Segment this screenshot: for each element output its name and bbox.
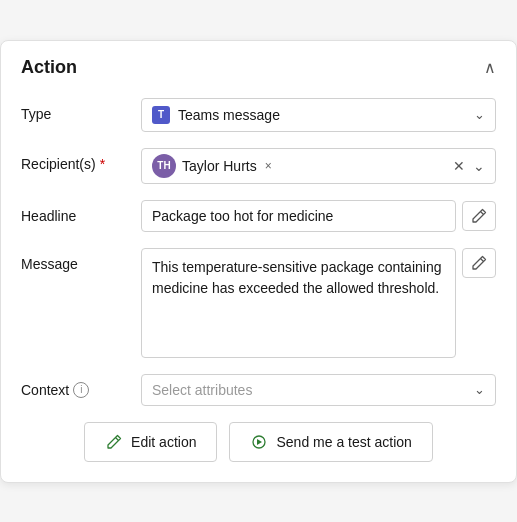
action-card: Action ∧ Type T Teams message ⌄ Recipien… [0,40,517,483]
type-row: Type T Teams message ⌄ [21,98,496,132]
context-row: Context i Select attributes ⌄ [21,374,496,406]
message-edit-button[interactable] [462,248,496,278]
message-control [141,248,496,358]
edit-action-icon [105,433,123,451]
card-header: Action ∧ [21,57,496,78]
context-dropdown[interactable]: Select attributes ⌄ [141,374,496,406]
type-value: Teams message [178,107,280,123]
edit-action-label: Edit action [131,434,196,450]
headline-input[interactable] [141,200,456,232]
headline-input-row [141,200,496,232]
edit-action-button[interactable]: Edit action [84,422,217,462]
message-label: Message [21,248,141,272]
teams-icon: T [152,106,170,124]
headline-edit-button[interactable] [462,201,496,231]
recipients-row: Recipient(s) * TH Taylor Hurts × ✕ ⌄ [21,148,496,184]
footer-buttons: Edit action Send me a test action [21,422,496,462]
collapse-icon[interactable]: ∧ [484,58,496,77]
test-action-button[interactable]: Send me a test action [229,422,432,462]
message-textarea[interactable] [141,248,456,358]
send-icon [250,433,268,451]
message-row: Message [21,248,496,358]
headline-label: Headline [21,200,141,224]
recipient-left: TH Taylor Hurts × [152,154,272,178]
remove-recipient-icon[interactable]: × [265,159,272,173]
headline-row: Headline [21,200,496,232]
pencil-icon [471,208,487,224]
required-indicator: * [100,156,105,172]
context-chevron-icon: ⌄ [474,382,485,397]
test-action-label: Send me a test action [276,434,411,450]
pencil-icon [471,255,487,271]
type-dropdown[interactable]: T Teams message ⌄ [141,98,496,132]
recipient-box[interactable]: TH Taylor Hurts × ✕ ⌄ [141,148,496,184]
recipient-actions: ✕ ⌄ [453,158,485,174]
context-control: Select attributes ⌄ [141,374,496,406]
recipient-name: Taylor Hurts [182,158,257,174]
clear-recipients-button[interactable]: ✕ [453,158,465,174]
expand-recipients-button[interactable]: ⌄ [473,158,485,174]
context-label: Context i [21,374,141,398]
recipients-label: Recipient(s) * [21,148,141,172]
context-placeholder: Select attributes [152,382,252,398]
dropdown-left: T Teams message [152,106,280,124]
type-control: T Teams message ⌄ [141,98,496,132]
type-label: Type [21,98,141,122]
avatar: TH [152,154,176,178]
recipients-control: TH Taylor Hurts × ✕ ⌄ [141,148,496,184]
context-info-icon[interactable]: i [73,382,89,398]
message-wrapper [141,248,496,358]
headline-control [141,200,496,232]
type-chevron-icon: ⌄ [474,107,485,122]
card-title: Action [21,57,77,78]
